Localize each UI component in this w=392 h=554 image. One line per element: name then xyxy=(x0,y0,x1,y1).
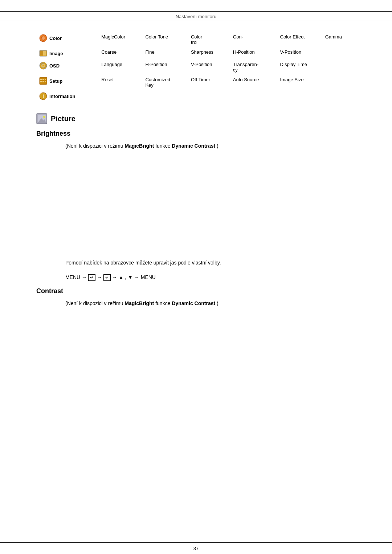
brightness-menu-nav: MENU → ↵ → ↵ → ▲ , ▼ → MENU xyxy=(65,274,356,280)
contrast-note-text: (Není k dispozici v režimu MagicBright f… xyxy=(65,299,356,307)
dynamic-contrast-bold-2: Dynamic Contrast xyxy=(172,300,215,306)
picture-title: Picture xyxy=(51,115,75,123)
nav-link-colortrol: Colortrol xyxy=(191,34,202,45)
nav-item-osd: OSD xyxy=(39,62,95,70)
color-icon xyxy=(39,34,47,42)
nav-cell-gamma[interactable]: Gamma xyxy=(322,32,356,47)
image-icon xyxy=(39,49,47,57)
nav-item-setup: Setup xyxy=(39,77,95,85)
page-wrapper: Nastavení monitoru Color xyxy=(0,0,392,554)
nav-label-color: Color xyxy=(49,36,62,41)
nav-item-image: Image xyxy=(39,49,95,57)
nav-link-colortone[interactable]: Color Tone xyxy=(145,34,168,40)
nav-link-imagesize[interactable]: Image Size xyxy=(280,77,304,82)
brightness-note: (Není k dispozici v režimu MagicBright f… xyxy=(65,142,356,150)
svg-rect-14 xyxy=(45,81,46,82)
nav-cell-offtimer[interactable]: Off Timer xyxy=(188,75,230,90)
nav-link-hposition-img[interactable]: H-Position xyxy=(233,49,255,55)
magicbright-bold-1: MagicBright xyxy=(124,143,154,149)
nav-cell-autosource[interactable]: Auto Source xyxy=(230,75,277,90)
enter-icon-2: ↵ xyxy=(103,274,111,281)
nav-link-fine[interactable]: Fine xyxy=(145,49,154,55)
nav-link-reset[interactable]: Reset xyxy=(101,77,114,82)
nav-cell-displaytime[interactable]: Display Time xyxy=(277,59,356,75)
nav-cell-sharpness[interactable]: Sharpness xyxy=(188,47,230,59)
picture-section-icon xyxy=(36,113,47,124)
nav-cell-information-empty xyxy=(98,90,356,102)
nav-cell-colortone[interactable]: Color Tone xyxy=(142,32,188,47)
contrast-section: Contrast (Není k dispozici v režimu Magi… xyxy=(36,287,356,307)
nav-cell-colortrol[interactable]: Colortrol xyxy=(188,32,230,47)
nav-link-con[interactable]: Con- xyxy=(233,34,243,40)
nav-row-color: Color MagicColor Color Tone Colortrol Co… xyxy=(36,32,356,47)
nav-link-vposition-img[interactable]: V-Position xyxy=(280,49,302,55)
nav-link-sharpness[interactable]: Sharpness xyxy=(191,49,213,55)
nav-link-coloreffect[interactable]: Color Effect xyxy=(280,34,305,40)
menu-arrow-1: → xyxy=(95,274,103,280)
nav-cell-reset[interactable]: Reset xyxy=(98,75,142,90)
magicbright-bold-2: MagicBright xyxy=(124,300,154,306)
nav-label-setup: Setup xyxy=(49,78,62,84)
picture-header: Picture xyxy=(36,113,356,124)
nav-link-transparency: Transparen-cy xyxy=(233,62,258,73)
nav-cell-hposition-img[interactable]: H-Position xyxy=(230,47,277,59)
nav-cell-vposition-osd[interactable]: V-Position xyxy=(188,59,230,75)
nav-row-image: Image Coarse Fine Sharpness H-Position xyxy=(36,47,356,59)
nav-cell-customizedkey[interactable]: CustomizedKey xyxy=(142,75,188,90)
brightness-heading: Brightness xyxy=(36,130,356,138)
nav-link-hposition-osd[interactable]: H-Position xyxy=(145,62,167,67)
nav-cell-coarse[interactable]: Coarse xyxy=(98,47,142,59)
footer: 37 xyxy=(0,542,392,554)
contrast-heading: Contrast xyxy=(36,287,356,295)
setup-icon xyxy=(39,77,47,85)
nav-link-gamma[interactable]: Gamma xyxy=(325,34,342,40)
main-content: Color MagicColor Color Tone Colortrol Co… xyxy=(0,21,392,554)
nav-row-setup: Setup Reset CustomizedKey Off Timer Auto… xyxy=(36,75,356,90)
svg-rect-4 xyxy=(40,51,43,56)
nav-cell-setup-icon: Setup xyxy=(36,75,98,90)
osd-icon xyxy=(39,62,47,70)
svg-point-20 xyxy=(43,116,45,118)
svg-rect-11 xyxy=(45,79,46,80)
nav-link-displaytime[interactable]: Display Time xyxy=(280,62,307,67)
nav-cell-fine[interactable]: Fine xyxy=(142,47,188,59)
nav-cell-magiccolor[interactable]: MagicColor xyxy=(98,32,142,47)
nav-cell-osd-icon: OSD xyxy=(36,59,98,75)
nav-link-coarse[interactable]: Coarse xyxy=(101,49,117,55)
picture-section: Picture Brightness (Není k dispozici v r… xyxy=(36,113,356,307)
nav-item-color: Color xyxy=(39,34,95,42)
brightness-section: Brightness (Není k dispozici v režimu Ma… xyxy=(36,130,356,150)
nav-link-autosource[interactable]: Auto Source xyxy=(233,77,259,82)
menu-nav-text: MENU → xyxy=(65,274,88,280)
contrast-note: (Není k dispozici v režimu MagicBright f… xyxy=(65,299,356,307)
svg-rect-9 xyxy=(40,79,42,80)
nav-link-customizedkey: CustomizedKey xyxy=(145,77,170,88)
nav-link-language[interactable]: Language xyxy=(101,62,122,67)
nav-cell-coloreffect[interactable]: Color Effect xyxy=(277,32,322,47)
nav-cell-imagesize[interactable]: Image Size xyxy=(277,75,356,90)
nav-label-information: Information xyxy=(49,94,75,99)
brightness-note-text: (Není k dispozici v režimu MagicBright f… xyxy=(65,142,356,150)
nav-link-vposition-osd[interactable]: V-Position xyxy=(191,62,212,67)
nav-cell-color-icon: Color xyxy=(36,32,98,47)
nav-cell-language[interactable]: Language xyxy=(98,59,142,75)
nav-row-information: i Information xyxy=(36,90,356,102)
menu-arrow-2: → ▲ , ▼ → MENU xyxy=(111,274,156,280)
enter-icon-1: ↵ xyxy=(88,274,95,281)
nav-cell-transparency[interactable]: Transparen-cy xyxy=(230,59,277,75)
nav-cell-con[interactable]: Con- xyxy=(230,32,277,47)
nav-label-image: Image xyxy=(49,51,63,56)
svg-rect-13 xyxy=(42,81,44,82)
nav-cell-information-icon: i Information xyxy=(36,90,98,102)
dynamic-contrast-bold-1: Dynamic Contrast xyxy=(172,143,215,149)
nav-cell-hposition-osd[interactable]: H-Position xyxy=(142,59,188,75)
nav-item-information: i Information xyxy=(39,92,95,100)
nav-link-offtimer[interactable]: Off Timer xyxy=(191,77,210,82)
nav-cell-vposition-img[interactable]: V-Position xyxy=(277,47,356,59)
brightness-spacer xyxy=(36,157,356,259)
svg-rect-10 xyxy=(42,79,44,80)
page-header-title: Nastavení monitoru xyxy=(0,12,392,21)
nav-link-magiccolor[interactable]: MagicColor xyxy=(101,34,125,40)
svg-point-7 xyxy=(42,65,44,66)
page-number: 37 xyxy=(193,546,199,551)
